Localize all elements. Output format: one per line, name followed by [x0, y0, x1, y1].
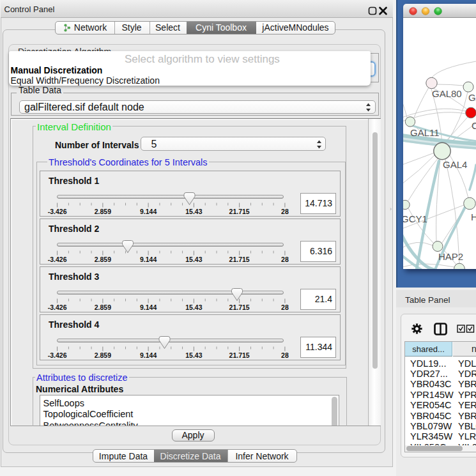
svg-text:GAL80: GAL80 — [432, 88, 462, 99]
svg-text:HAP2: HAP2 — [438, 251, 463, 262]
svg-text:GAL4: GAL4 — [443, 159, 467, 170]
svg-text:HIS4: HIS4 — [471, 211, 476, 222]
svg-text:GCY1: GCY1 — [403, 213, 427, 224]
svg-text:GAL11: GAL11 — [410, 127, 440, 138]
svg-text:GA: GA — [468, 92, 476, 103]
svg-text:CD: CD — [472, 120, 476, 131]
